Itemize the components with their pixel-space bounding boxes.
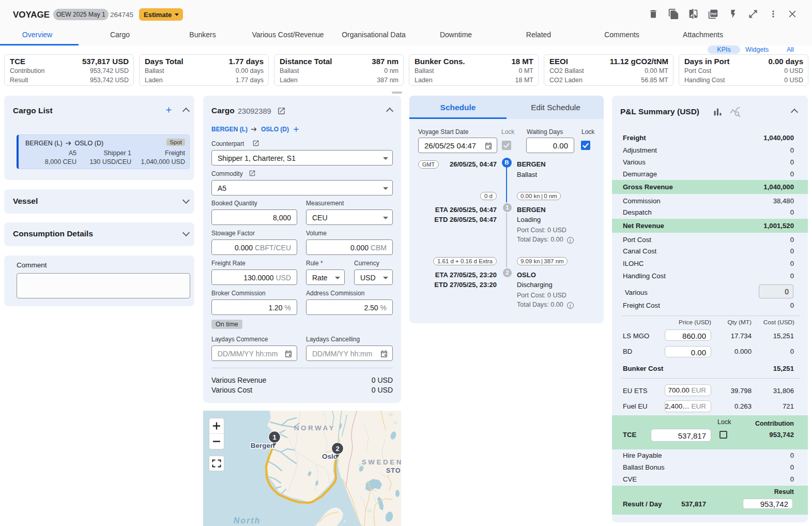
svg-text:STOC: STOC: [386, 467, 401, 474]
svg-text:SWEDEN: SWEDEN: [362, 458, 401, 466]
svg-text:NORWAY: NORWAY: [294, 424, 335, 432]
svg-text:2: 2: [335, 445, 339, 453]
svg-text:North: North: [234, 516, 261, 525]
svg-text:Bergen: Bergen: [251, 442, 275, 449]
svg-text:1: 1: [272, 433, 276, 441]
svg-text:PDF: PDF: [711, 12, 717, 16]
